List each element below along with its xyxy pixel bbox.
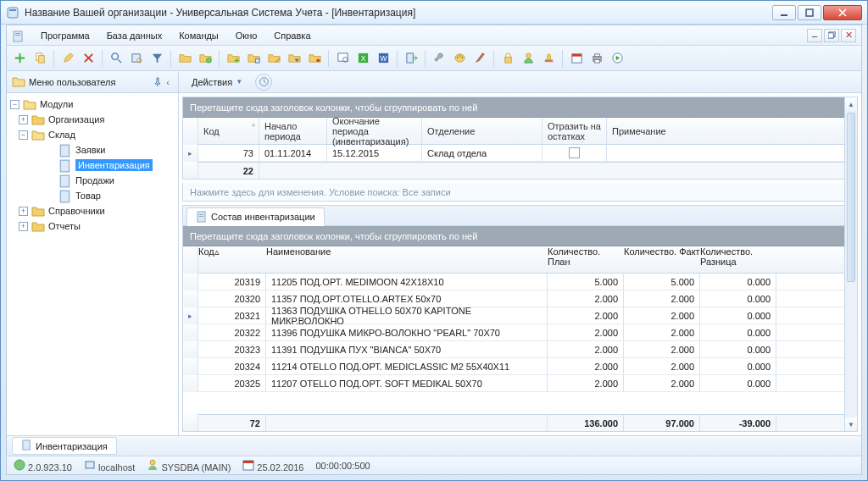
menu-item-commands[interactable]: Команды — [172, 29, 225, 42]
col2-code[interactable]: Код▵ — [198, 246, 266, 273]
col2-name[interactable]: Наименование — [266, 246, 548, 273]
scroll-up-icon[interactable]: ▲ — [845, 97, 857, 111]
doc-icon — [21, 440, 32, 452]
tb-play-icon[interactable] — [608, 49, 626, 68]
right-pane: Действия ▼ Перетащите сюда заголовок кол… — [179, 71, 861, 435]
tb-edit-icon[interactable] — [58, 49, 77, 68]
window-title: Название Вашей организации - Универсальн… — [25, 7, 772, 19]
menu-item-database[interactable]: База данных — [100, 29, 170, 42]
svg-rect-50 — [243, 461, 253, 463]
menu-item-help[interactable]: Справка — [267, 29, 317, 42]
tb-excel-icon[interactable]: X — [353, 49, 372, 68]
tree-root[interactable]: −Модули — [8, 97, 176, 112]
grid2-tabs: Состав инвентаризации — [183, 206, 857, 226]
svg-rect-44 — [199, 216, 203, 217]
status-date: 25.02.2016 — [242, 459, 303, 473]
svg-point-46 — [14, 460, 25, 470]
grid2-groupbar[interactable]: Перетащите сюда заголовок колонки, чтобы… — [183, 226, 857, 246]
tb-folder4-icon[interactable] — [244, 49, 263, 68]
svg-rect-37 — [60, 145, 69, 157]
col2-fact[interactable]: Количество. Факт — [624, 246, 700, 273]
tb-folder1-icon[interactable] — [175, 49, 194, 68]
maximize-button[interactable] — [798, 5, 821, 20]
menu-item-program[interactable]: Программа — [34, 29, 97, 42]
scroll-thumb[interactable] — [847, 113, 855, 282]
tb-lock-icon[interactable] — [498, 49, 517, 68]
svg-point-27 — [461, 57, 463, 58]
minimize-button[interactable] — [772, 5, 796, 20]
tb-filter-icon[interactable] — [147, 49, 166, 68]
grid2-row[interactable]: 2032311391 ПОДУШКА ПУХ "BIANCA" 50X702.0… — [198, 341, 857, 358]
svg-rect-43 — [199, 214, 203, 215]
col-dept[interactable]: Отделение — [422, 118, 542, 144]
col2-plan[interactable]: Количество. План — [548, 246, 624, 273]
tree-zayavki[interactable]: Заявки — [8, 142, 176, 158]
col-start[interactable]: Начало периода — [259, 118, 327, 144]
svg-rect-10 — [38, 56, 44, 63]
checkbox-reflect[interactable] — [569, 147, 580, 158]
svg-point-26 — [459, 55, 460, 57]
grid1-row[interactable]: 73 01.11.2014 15.12.2015 Склад отдела — [198, 145, 857, 162]
tb-user-icon[interactable] — [519, 49, 537, 68]
tb-folder6-icon[interactable] — [285, 49, 303, 68]
vertical-scrollbar[interactable]: ▲ ▼ — [844, 97, 858, 432]
tree-invent[interactable]: Инвентаризация — [8, 158, 176, 173]
actions-button[interactable]: Действия ▼ — [184, 75, 250, 90]
grid1-groupbar[interactable]: Перетащите сюда заголовок колонки, чтобы… — [183, 97, 857, 118]
refresh-icon[interactable] — [255, 74, 272, 91]
tb-search-icon[interactable] — [107, 49, 125, 68]
col2-diff[interactable]: Количество. Разница — [700, 246, 776, 273]
tasktab-invent[interactable]: Инвентаризация — [12, 437, 117, 455]
tb-calendar-icon[interactable] — [567, 49, 586, 68]
grid2-row[interactable]: 2032511207 OTELLO ПОД.ОРТ. SOFT MEDIKAL … — [198, 375, 857, 392]
svg-rect-0 — [8, 8, 18, 18]
col-note[interactable]: Примечание — [607, 118, 857, 144]
tb-folder5-icon[interactable] — [264, 49, 283, 68]
grid2-row[interactable]: 2032111363 ПОДУШКА OTHELLO 50X70 KAPITON… — [198, 307, 857, 324]
tb-search-db-icon[interactable] — [127, 49, 146, 68]
pin-icon[interactable] — [153, 77, 163, 87]
col-reflect[interactable]: Отразить на остатках — [542, 118, 607, 144]
tb-add-icon[interactable] — [10, 49, 29, 68]
tb-brush-icon[interactable] — [470, 49, 489, 68]
tb-folder2-icon[interactable] — [196, 49, 214, 68]
tree-org[interactable]: +Организация — [8, 112, 176, 127]
tb-stamp-icon[interactable] — [539, 49, 558, 68]
tb-word-icon[interactable]: W — [374, 49, 392, 68]
tree-prodazhi[interactable]: Продажи — [8, 173, 176, 188]
status-version: 2.0.923.10 — [14, 459, 72, 473]
status-user: SYSDBA (MAIN) — [147, 459, 231, 473]
mdi-minimize-button[interactable]: – — [807, 29, 822, 42]
scroll-down-icon[interactable]: ▼ — [845, 417, 857, 431]
status-time: 00:00:00:500 — [315, 461, 370, 471]
tb-folder3-icon[interactable] — [224, 49, 242, 68]
tab-composition[interactable]: Состав инвентаризации — [186, 207, 325, 226]
tb-palette-icon[interactable] — [450, 49, 469, 68]
mdi-restore-button[interactable] — [824, 29, 839, 42]
tb-delete-icon[interactable] — [79, 49, 97, 68]
grid2-row[interactable]: 2031911205 ПОД.ОРТ. MEDIMOON 42X18X105.0… — [198, 274, 857, 290]
tb-exit-icon[interactable] — [402, 49, 420, 68]
col-code[interactable]: Код▵ — [198, 118, 259, 144]
menu-item-window[interactable]: Окно — [229, 29, 264, 42]
tb-wrench-icon[interactable] — [430, 49, 448, 68]
tree-sklad[interactable]: −Склад — [8, 127, 176, 142]
col-end[interactable]: Окончание периода (инвентаризация) — [327, 118, 422, 144]
filter-bar[interactable]: Нажмите здесь для изменения. Условие пои… — [182, 183, 858, 202]
left-pane: Меню пользователя ‹ −Модули +Организация… — [7, 71, 179, 435]
grid2-row[interactable]: 2032411214 OTELLO ПОД.ОРТ. MEDICLASSIC M… — [198, 358, 857, 375]
tb-folder7-icon[interactable] — [305, 49, 324, 68]
grid2-row[interactable]: 2032211396 ПОДУШКА МИКРО-ВОЛОКНО "PEARL"… — [198, 324, 857, 341]
toolbar: X W — [7, 46, 861, 71]
actions-bar: Действия ▼ — [179, 71, 861, 93]
chevron-left-icon[interactable]: ‹ — [163, 77, 173, 87]
tree-sprav[interactable]: +Справочники — [8, 203, 176, 218]
tb-print-icon[interactable] — [587, 49, 606, 68]
tb-preview-icon[interactable] — [333, 49, 352, 68]
row-indicator-icon: ▸ — [183, 307, 198, 324]
tb-copy-icon[interactable] — [31, 49, 49, 68]
close-button[interactable] — [823, 5, 862, 20]
tree-otchety[interactable]: +Отчеты — [8, 218, 176, 234]
tree-tovar[interactable]: Товар — [8, 188, 176, 203]
mdi-close-button[interactable]: ✕ — [841, 29, 856, 42]
